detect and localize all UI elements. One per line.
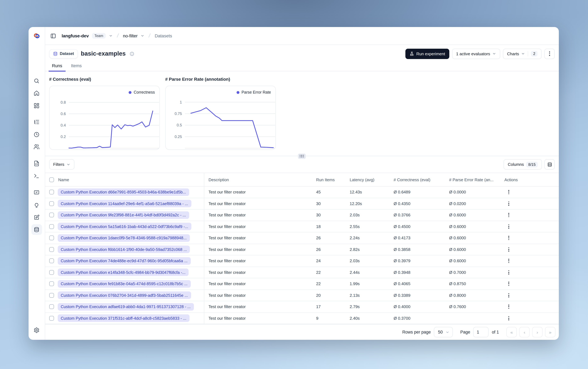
column-header-correctness[interactable]: # Correctness (eval): [390, 177, 445, 182]
next-page-button[interactable]: ›: [532, 327, 542, 337]
run-name-cell: Custom Python Execution 1daec0f9-5e78-43…: [58, 232, 204, 244]
run-name-link[interactable]: Custom Python Execution d66e7991-8595-45…: [58, 188, 189, 196]
evaluators-dropdown[interactable]: 1 active evaluators: [452, 49, 500, 59]
charts-dropdown[interactable]: Charts 2: [503, 49, 542, 59]
info-icon[interactable]: [129, 51, 134, 56]
run-items-cell: 18: [312, 224, 346, 229]
legend-dot-icon: [129, 91, 131, 94]
breadcrumb-project[interactable]: no-filter: [123, 33, 137, 38]
parse-error-cell: Ø 0.7000: [445, 270, 499, 275]
datasets-database-icon[interactable]: [31, 224, 42, 235]
row-actions-menu[interactable]: [504, 188, 513, 197]
search-icon[interactable]: [31, 75, 42, 86]
run-name-link[interactable]: Custom Python Execution 1daec0f9-5e78-43…: [58, 234, 190, 242]
run-experiment-button[interactable]: Run experiment: [405, 49, 449, 59]
page-number-input[interactable]: [473, 327, 489, 337]
row-checkbox[interactable]: [49, 213, 54, 217]
row-checkbox[interactable]: [49, 236, 54, 240]
kebab-icon: [508, 282, 509, 286]
run-description-cell: Test our filter creator: [204, 305, 312, 309]
rows-per-page-select[interactable]: 50: [434, 327, 453, 337]
column-header-description[interactable]: Description: [204, 177, 312, 182]
row-actions-menu[interactable]: [504, 314, 513, 323]
row-checkbox[interactable]: [49, 270, 54, 275]
run-name-link[interactable]: Custom Python Execution 5a15a616-1bab-44…: [58, 223, 191, 230]
row-checkbox[interactable]: [49, 293, 54, 298]
last-page-button[interactable]: »: [545, 327, 555, 337]
page-actions-menu[interactable]: [544, 49, 555, 59]
row-actions-menu[interactable]: [504, 256, 513, 265]
filters-button[interactable]: Filters: [49, 159, 74, 170]
resize-drag-handle[interactable]: [298, 154, 306, 159]
evaluation-percent-icon[interactable]: [31, 187, 42, 197]
row-checkbox[interactable]: [49, 305, 54, 309]
row-actions-menu[interactable]: [504, 279, 513, 288]
org-chevron-down-icon[interactable]: [109, 34, 113, 38]
langfuse-logo-icon: [33, 32, 40, 39]
tab-items[interactable]: Items: [68, 62, 85, 71]
users-icon[interactable]: [31, 141, 42, 152]
row-actions-menu[interactable]: [504, 302, 513, 311]
row-height-button[interactable]: [544, 159, 555, 170]
column-header-latency[interactable]: Latency (avg): [346, 177, 390, 182]
settings-gear-icon[interactable]: [31, 325, 42, 335]
parse-error-cell: Ø 0.8000: [445, 293, 499, 298]
row-actions-menu[interactable]: [504, 211, 513, 219]
parse-error-line-chart: 10.750.50.25: [166, 86, 275, 150]
row-checkbox[interactable]: [49, 282, 54, 286]
correctness-cell: Ø 0.3979: [390, 259, 445, 263]
row-checkbox[interactable]: [49, 259, 54, 263]
support-lifebuoy-icon[interactable]: [31, 337, 42, 340]
dashboard-icon[interactable]: [31, 100, 42, 111]
project-chevron-down-icon[interactable]: [141, 34, 145, 38]
home-icon[interactable]: [31, 88, 42, 98]
parse-error-cell: Ø 0.8750: [445, 282, 499, 286]
playground-terminal-icon[interactable]: [31, 171, 42, 181]
breadcrumb-section[interactable]: Datasets: [155, 33, 172, 38]
svg-text:0.2: 0.2: [60, 134, 66, 139]
run-description-cell: Test our filter creator: [204, 270, 312, 275]
table-row: Custom Python Execution f6bb1614-1f90-40…: [45, 244, 559, 255]
kebab-icon: [508, 213, 509, 217]
correctness-cell: Ø 0.6489: [390, 190, 445, 195]
run-name-link[interactable]: Custom Python Execution fe91b83e-04a5-47…: [58, 280, 191, 288]
row-actions-menu[interactable]: [504, 222, 513, 231]
run-name-link[interactable]: Custom Python Execution f6bb1614-1f90-40…: [58, 246, 190, 253]
row-checkbox[interactable]: [49, 224, 54, 229]
kebab-icon: [508, 316, 509, 320]
row-actions-menu[interactable]: [504, 268, 513, 277]
select-all-checkbox[interactable]: [49, 177, 54, 182]
run-name-link[interactable]: Custom Python Execution adfae619-abb0-4d…: [58, 303, 194, 311]
row-actions-menu[interactable]: [504, 199, 513, 208]
first-page-button[interactable]: «: [506, 327, 517, 337]
tab-runs[interactable]: Runs: [49, 62, 66, 71]
column-header-parse-error[interactable]: # Parse Error Rate (an...: [445, 177, 499, 182]
run-name-link[interactable]: Custom Python Execution e14fa348-5cfc-49…: [58, 269, 189, 276]
prompts-file-code-icon[interactable]: [31, 158, 42, 169]
sessions-clock-icon[interactable]: [31, 129, 42, 140]
row-actions-menu[interactable]: [504, 245, 513, 254]
row-actions-menu[interactable]: [504, 291, 513, 300]
parse-error-chart-card: 10.750.50.25 Parse Error Rate: [165, 86, 276, 150]
row-checkbox[interactable]: [49, 190, 54, 195]
table-toolbar: Filters Columns 8/15: [45, 156, 559, 173]
insights-lightbulb-icon[interactable]: [31, 200, 42, 211]
title-actions: Run experiment 1 active evaluators Chart…: [405, 49, 555, 59]
sidebar-toggle-icon[interactable]: [49, 32, 57, 40]
tracing-tree-icon[interactable]: [31, 116, 42, 127]
column-header-run-items[interactable]: Run Items: [312, 177, 346, 182]
row-checkbox[interactable]: [49, 316, 54, 321]
row-checkbox[interactable]: [49, 201, 54, 206]
breadcrumb-org[interactable]: langfuse-dev: [62, 33, 89, 38]
column-header-name[interactable]: Name: [58, 173, 204, 186]
columns-button[interactable]: Columns 8/15: [504, 159, 542, 170]
annotation-pen-icon[interactable]: [31, 212, 42, 223]
run-name-link[interactable]: Custom Python Execution 9fe23f98-881e-44…: [58, 211, 189, 219]
prev-page-button[interactable]: ‹: [519, 327, 530, 337]
row-checkbox[interactable]: [49, 247, 54, 252]
row-actions-menu[interactable]: [504, 234, 513, 242]
run-name-link[interactable]: Custom Python Execution 076b2704-341d-48…: [58, 292, 191, 299]
run-name-link[interactable]: Custom Python Execution 74de488e-ec9d-47…: [58, 257, 191, 265]
run-name-link[interactable]: Custom Python Execution 371f531c-abff-4d…: [58, 315, 189, 322]
run-name-link[interactable]: Custom Python Execution 114aa9ef-29e6-4e…: [58, 200, 191, 207]
